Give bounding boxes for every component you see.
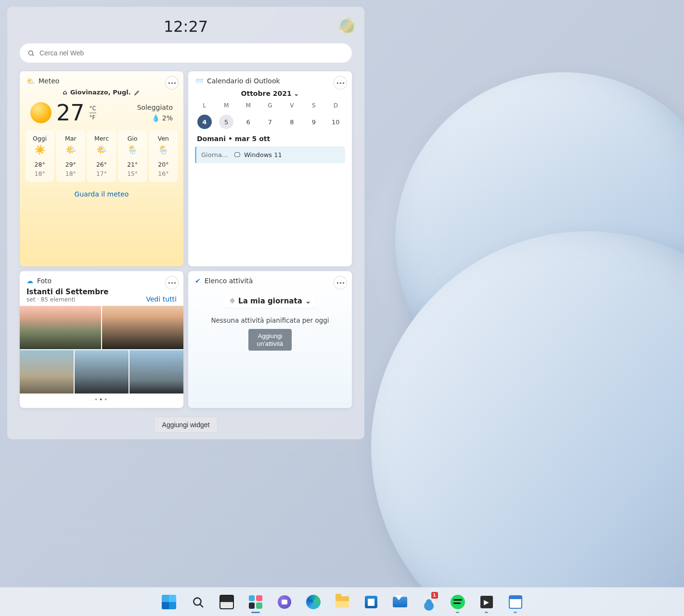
calendar-widget[interactable]: 📨 Calendario di Outlook Ottobre 2021 ⌄ L…	[188, 71, 352, 266]
temperature-units[interactable]: °C °F	[90, 105, 96, 121]
photos-more-button[interactable]	[165, 276, 179, 289]
panel-clock: 12:27	[20, 17, 352, 36]
user-avatar[interactable]	[338, 17, 356, 35]
calendar-event[interactable]: Giornat... 🖵 Windows 11	[195, 146, 345, 163]
calendar-day[interactable]: 9	[307, 115, 321, 129]
search-icon	[27, 50, 35, 57]
carousel-dots[interactable]: •••	[20, 396, 183, 403]
calendar-day-header: L	[194, 102, 215, 109]
current-temperature: 27	[56, 100, 85, 126]
photo-thumbnail[interactable]	[75, 350, 129, 393]
home-icon: ⌂	[63, 89, 67, 96]
empty-tasks-label: Nessuna attività pianificata per oggi	[188, 316, 352, 324]
monitor-icon: 🖵	[234, 151, 240, 158]
event-title: Windows 11	[244, 151, 282, 158]
spotify-button[interactable]	[445, 590, 470, 615]
weather-icon: ⛅	[26, 77, 35, 85]
tasks-widget[interactable]: ✔ Elenco attività ☼ La mia giornata ⌄ Ne…	[188, 271, 352, 408]
calendar-day[interactable]: 5	[219, 115, 233, 129]
weather-widget[interactable]: ⛅ Meteo ⌂ Giovinazzo, Pugl. 27 °C °F	[20, 71, 183, 266]
add-widget-button[interactable]: Aggiungi widget	[154, 417, 218, 433]
onedrive-icon: ☁	[26, 277, 33, 285]
event-time: Giornat...	[201, 151, 230, 158]
svg-point-2	[194, 598, 201, 605]
mail-button[interactable]	[387, 590, 413, 615]
start-button[interactable]	[156, 590, 181, 615]
forecast-day[interactable]: Ven🌦️20°16°	[149, 131, 178, 182]
tasks-title: Elenco attività	[205, 277, 253, 285]
chevron-down-icon: ⌄	[294, 90, 299, 97]
forecast-day[interactable]: Oggi☀️28°18°	[26, 131, 54, 182]
taskbar-search[interactable]	[185, 590, 210, 615]
calendar-day-header: G	[259, 102, 280, 109]
taskbar: 1 ▶	[0, 587, 684, 616]
tomorrow-label: Domani • mar 5 ott	[188, 130, 352, 146]
forecast-day[interactable]: Merc🌤️26°17°	[87, 131, 116, 182]
photos-subtitle: set · 85 elementi	[26, 296, 109, 303]
search-icon	[192, 596, 204, 608]
photo-thumbnail[interactable]	[102, 306, 183, 349]
calendar-day-header: V	[282, 102, 302, 109]
edge-button[interactable]	[301, 590, 326, 615]
chevron-down-icon: ⌄	[305, 297, 311, 305]
weather-link[interactable]: Guarda il meteo	[20, 187, 183, 205]
search-bar[interactable]	[20, 43, 352, 63]
calendar-day-header: M	[238, 102, 258, 109]
calendar-title: Calendario di Outlook	[207, 77, 280, 85]
calendar-more-button[interactable]	[334, 76, 347, 90]
store-button[interactable]	[359, 590, 384, 615]
sun-icon	[30, 102, 52, 123]
widgets-button[interactable]	[243, 590, 268, 615]
edit-icon[interactable]	[134, 89, 141, 96]
chat-button[interactable]	[272, 590, 297, 615]
sun-outline-icon: ☼	[229, 297, 235, 305]
calendar-day[interactable]: 6	[241, 115, 256, 129]
weather-condition: Soleggiato	[137, 102, 173, 113]
search-input[interactable]	[39, 49, 344, 57]
weather-more-button[interactable]	[165, 76, 179, 90]
svg-point-0	[29, 51, 33, 55]
photo-thumbnail[interactable]	[129, 350, 183, 393]
people-badge: 1	[431, 592, 438, 599]
forecast-row: Oggi☀️28°18°Mar🌤️29°18°Merc🌤️26°17°Gio🌦️…	[20, 127, 183, 187]
calendar-day-header: S	[303, 102, 324, 109]
forecast-day[interactable]: Gio🌦️21°15°	[118, 131, 147, 182]
calendar-day-header: M	[216, 102, 236, 109]
tasks-more-button[interactable]	[334, 276, 347, 289]
svg-line-3	[200, 604, 203, 607]
weather-humidity: 💧 2%	[137, 113, 173, 123]
calendar-day[interactable]: 8	[284, 115, 299, 129]
forecast-day[interactable]: Mar🌤️29°18°	[56, 131, 85, 182]
photos-see-all[interactable]: Vedi tutti	[146, 295, 177, 303]
svg-line-1	[32, 54, 34, 56]
task-view-button[interactable]	[214, 590, 239, 615]
photo-thumbnail[interactable]	[20, 306, 101, 349]
people-button[interactable]: 1	[416, 590, 441, 615]
outlook-icon: 📨	[195, 77, 203, 85]
calendar-day-header: D	[325, 102, 346, 109]
todo-icon: ✔	[195, 277, 201, 285]
powerpoint-button[interactable]: ▶	[474, 590, 499, 615]
my-day-dropdown[interactable]: ☼ La mia giornata ⌄	[224, 294, 316, 308]
file-explorer-button[interactable]	[330, 590, 355, 615]
calendar-app-button[interactable]	[503, 590, 528, 615]
add-task-button[interactable]: Aggiungi un'attività	[248, 329, 292, 351]
weather-location[interactable]: ⌂ Giovinazzo, Pugl.	[20, 89, 183, 96]
photos-title: Foto	[37, 277, 52, 285]
photo-thumbnail[interactable]	[20, 350, 74, 393]
calendar-day[interactable]: 7	[263, 115, 277, 129]
photos-heading: Istanti di Settembre	[26, 288, 109, 296]
weather-title: Meteo	[39, 77, 59, 85]
calendar-day[interactable]: 10	[328, 115, 343, 129]
calendar-month-picker[interactable]: Ottobre 2021 ⌄	[188, 90, 352, 97]
calendar-day[interactable]: 4	[197, 115, 212, 129]
widgets-panel: 12:27 ⛅ Meteo ⌂ Giovinazzo, Pugl. 27	[7, 7, 364, 439]
photos-widget[interactable]: ☁ Foto Istanti di Settembre set · 85 ele…	[20, 271, 183, 408]
